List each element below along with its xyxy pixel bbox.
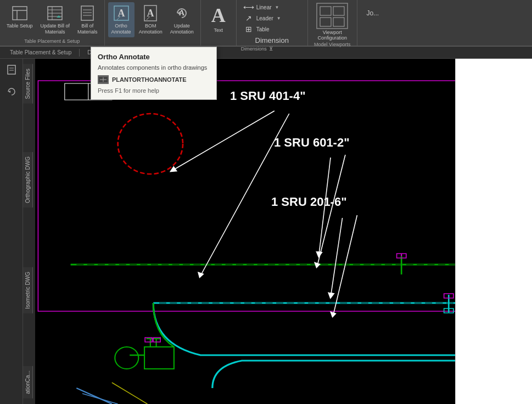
- ribbon-group-join: Jo...: [357, 0, 388, 46]
- svg-text:A: A: [179, 9, 185, 17]
- sidebar-file-btn[interactable]: [2, 60, 21, 80]
- ortho-annotate-icon: A: [113, 4, 130, 22]
- text-button[interactable]: A Text: [204, 2, 233, 36]
- bill-materials-button[interactable]: Bill ofMaterials: [74, 2, 101, 37]
- vtab-isometric-label: Isometric DWG: [25, 272, 31, 309]
- leader-dropdown-icon[interactable]: ▼: [277, 16, 281, 21]
- update-bill-button[interactable]: Update Bill ofMaterials: [37, 2, 74, 37]
- tab-table-placement[interactable]: Table Placement & Setup: [4, 48, 77, 57]
- ribbon-group-viewport: ViewportConfiguration Model Viewports: [308, 0, 357, 46]
- ortho-annotate-button[interactable]: A OrthoAnnotate: [108, 2, 135, 37]
- table-group-label: Table Placement & Setup: [24, 38, 80, 44]
- join-button[interactable]: Jo...: [361, 2, 385, 24]
- ribbon-group-dimensions: ⟷ Linear ▼ ↗ Leader ▼ ⊞ Table Dimension …: [237, 0, 308, 46]
- separator-1: [79, 49, 80, 57]
- tooltip-popup: Ortho Annotate Annotates components in o…: [91, 47, 217, 100]
- svg-rect-0: [13, 7, 27, 20]
- svg-rect-22: [333, 7, 344, 15]
- dimension-large-label: Dimension: [255, 36, 289, 44]
- text-label: Text: [214, 27, 223, 33]
- vtab-orthographic-dwg[interactable]: Orthographic DWG: [23, 152, 33, 207]
- bill-materials-label: Bill ofMaterials: [77, 23, 98, 35]
- ribbon: Table Setup Update Bill ofMaterials: [0, 0, 532, 47]
- viewport-label: ViewportConfiguration: [317, 30, 347, 41]
- ribbon-group-buttons-text: A Text: [204, 2, 233, 42]
- leader-label: Leader: [256, 15, 273, 21]
- leader-icon: ↗: [243, 14, 254, 23]
- svg-rect-20: [317, 3, 348, 29]
- svg-rect-23: [320, 18, 331, 26]
- right-panel: [455, 59, 532, 404]
- tooltip-cmd-icon: [98, 75, 109, 84]
- table-dim-label: Table: [256, 26, 270, 32]
- update-annotation-button[interactable]: A UpdateAnnotation: [167, 2, 197, 37]
- left-sidebar: [0, 59, 23, 404]
- dimensions-buttons: ⟷ Linear ▼ ↗ Leader ▼ ⊞ Table: [241, 2, 303, 34]
- vtab-location-cat[interactable]: ationCa...: [23, 366, 33, 399]
- bill-materials-icon: [79, 4, 96, 22]
- join-icon: Jo...: [364, 4, 382, 22]
- sidebar-refresh-btn[interactable]: [2, 82, 21, 102]
- update-annotation-label: UpdateAnnotation: [170, 23, 194, 35]
- linear-icon: ⟷: [243, 3, 254, 12]
- vtab-source-files[interactable]: Source Files: [23, 64, 33, 104]
- svg-text:A: A: [147, 8, 154, 19]
- table-dim-button[interactable]: ⊞ Table: [241, 24, 303, 34]
- svg-rect-29: [8, 65, 15, 74]
- ribbon-group-table: Table Setup Update Bill ofMaterials: [0, 0, 105, 46]
- bom-annotation-icon: A: [142, 4, 159, 22]
- table-setup-button[interactable]: Table Setup: [3, 2, 36, 31]
- update-bill-label: Update Bill ofMaterials: [41, 23, 70, 35]
- bom-annotation-label: BOMAnnotation: [139, 23, 163, 35]
- tooltip-description: Annotates components in ortho drawings: [98, 64, 210, 71]
- ribbon-group-annotate: A OrthoAnnotate A BOMAnnotation: [105, 0, 201, 46]
- linear-dropdown-icon[interactable]: ▼: [275, 5, 279, 10]
- table-dim-icon: ⊞: [243, 25, 254, 33]
- table-setup-label: Table Setup: [7, 23, 33, 29]
- dimensions-group-label: Dimensions ⊻: [241, 46, 303, 52]
- ortho-annotate-label: OrthoAnnotate: [111, 23, 131, 35]
- tooltip-command-text: PLANTORTHOANNOTATE: [112, 76, 187, 83]
- linear-label: Linear: [256, 4, 272, 10]
- vtab-container: Source Files Orthographic DWG Isometric …: [23, 59, 35, 404]
- tooltip-title: Ortho Annotate: [98, 53, 210, 61]
- viewport-group-label: Model Viewports: [314, 42, 350, 47]
- dimensions-expand-icon[interactable]: ⊻: [269, 46, 273, 52]
- ribbon-group-buttons-table: Table Setup Update Bill ofMaterials: [3, 2, 101, 37]
- vtab-source-files-label: Source Files: [25, 69, 31, 99]
- linear-button[interactable]: ⟷ Linear ▼: [241, 2, 303, 12]
- bom-annotation-button[interactable]: A BOMAnnotation: [136, 2, 166, 37]
- text-icon: A: [208, 4, 229, 26]
- leader-button[interactable]: ↗ Leader ▼: [241, 13, 303, 23]
- svg-rect-24: [333, 18, 344, 26]
- ribbon-group-text: A Text: [201, 0, 237, 46]
- tooltip-help-text: Press F1 for more help: [98, 87, 210, 94]
- update-annotation-icon: A: [173, 4, 191, 22]
- vtab-location-label: ationCa...: [25, 371, 31, 394]
- ribbon-group-buttons-annotate: A OrthoAnnotate A BOMAnnotation: [108, 2, 197, 42]
- dimensions-bottom-label: Dimensions: [241, 46, 267, 52]
- svg-rect-8: [81, 6, 93, 20]
- svg-rect-21: [320, 7, 331, 15]
- update-bill-icon: [46, 4, 64, 22]
- svg-text:A: A: [117, 8, 125, 19]
- table-setup-icon: [11, 4, 29, 22]
- vtab-isometric-dwg[interactable]: Isometric DWG: [23, 267, 33, 313]
- tooltip-command-row: PLANTORTHOANNOTATE: [98, 75, 210, 84]
- vtab-orthographic-label: Orthographic DWG: [25, 156, 31, 203]
- viewport-icon: [316, 2, 349, 30]
